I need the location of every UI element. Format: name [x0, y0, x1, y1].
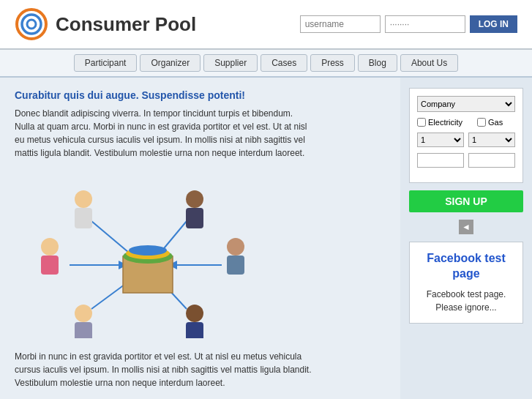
login-button[interactable]: LOG IN — [470, 15, 517, 33]
text-input-1[interactable] — [417, 153, 464, 168]
collapse-arrow: ◄ — [409, 220, 523, 234]
pool-diagram — [15, 170, 278, 338]
gas-checkbox[interactable] — [477, 118, 486, 127]
text-input-2[interactable] — [468, 153, 515, 168]
company-select[interactable]: Company — [417, 96, 515, 112]
login-area: LOG IN — [300, 15, 517, 33]
electricity-label: Electricity — [428, 118, 462, 127]
dropdown-1[interactable]: 1 — [417, 133, 464, 147]
logo-icon — [15, 7, 48, 41]
dropdowns-row: 1 1 — [417, 133, 515, 147]
collapse-icon[interactable]: ◄ — [459, 220, 473, 234]
sidebar: Company Electricity Gas 1 1 — [400, 78, 532, 399]
svg-point-15 — [75, 190, 92, 208]
site-title: Consumer Pool — [56, 13, 196, 36]
svg-point-1 — [22, 15, 41, 34]
electricity-checkbox-item: Electricity — [417, 118, 462, 127]
signup-button[interactable]: SIGN UP — [409, 190, 523, 212]
electricity-checkbox[interactable] — [417, 118, 426, 127]
svg-rect-20 — [41, 256, 59, 275]
nav-item-press[interactable]: Press — [310, 54, 355, 72]
footer-text: Morbi in nunc in est gravida portitor et… — [15, 350, 322, 389]
svg-rect-16 — [75, 208, 92, 228]
nav-item-blog[interactable]: Blog — [358, 54, 397, 72]
text-inputs-row — [417, 153, 515, 168]
password-input[interactable] — [385, 15, 465, 33]
svg-point-14 — [129, 245, 167, 256]
main: Curabitur quis dui augue. Suspendisse po… — [0, 78, 532, 399]
svg-point-2 — [27, 20, 36, 29]
svg-point-17 — [186, 190, 203, 208]
nav-item-about[interactable]: About Us — [400, 54, 458, 72]
svg-line-3 — [91, 221, 133, 256]
svg-point-21 — [227, 238, 244, 256]
gas-label: Gas — [488, 118, 503, 127]
facebook-box: Facebook test page Facebook test page. P… — [409, 242, 523, 324]
svg-rect-24 — [75, 322, 92, 338]
svg-point-19 — [41, 238, 59, 256]
svg-point-23 — [75, 305, 92, 322]
svg-rect-22 — [227, 256, 244, 275]
svg-point-25 — [186, 305, 203, 322]
content-text: Donec blandit adipiscing viverra. In tem… — [15, 107, 307, 160]
facebook-title: Facebook test page — [416, 251, 517, 282]
nav-item-organizer[interactable]: Organizer — [140, 54, 201, 72]
gas-checkbox-item: Gas — [477, 118, 503, 127]
dropdown-2[interactable]: 1 — [468, 133, 515, 147]
nav-item-cases[interactable]: Cases — [261, 54, 307, 72]
form-area: Company Electricity Gas 1 1 — [409, 88, 523, 183]
logo-area: Consumer Pool — [15, 7, 196, 41]
nav: Participant Organizer Supplier Cases Pre… — [0, 50, 532, 78]
nav-item-participant[interactable]: Participant — [74, 54, 138, 72]
nav-item-supplier[interactable]: Supplier — [203, 54, 258, 72]
header: Consumer Pool LOG IN — [0, 0, 532, 50]
content-heading: Curabitur quis dui augue. Suspendisse po… — [15, 89, 386, 101]
svg-rect-26 — [186, 322, 203, 338]
facebook-desc: Facebook test page. Please ignore... — [416, 288, 517, 314]
content-area: Curabitur quis dui augue. Suspendisse po… — [0, 78, 400, 399]
checkboxes: Electricity Gas — [417, 118, 515, 127]
svg-rect-18 — [186, 208, 203, 228]
username-input[interactable] — [300, 15, 381, 33]
